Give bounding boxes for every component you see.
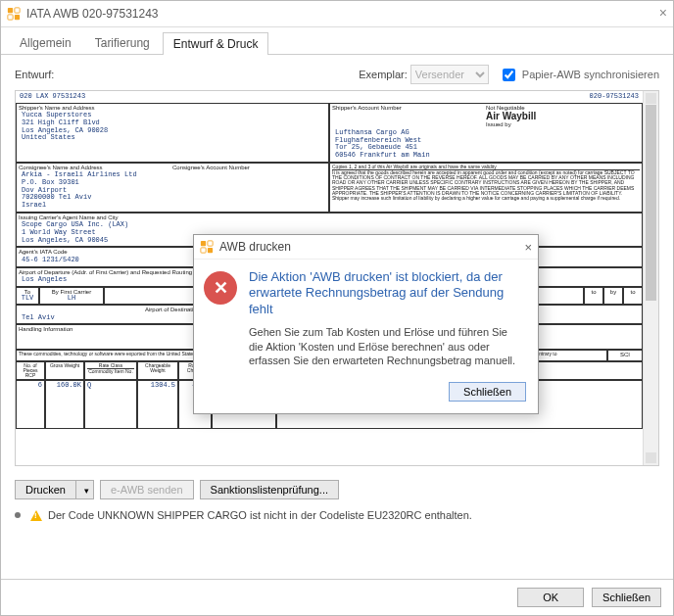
- warning-icon: [30, 510, 42, 521]
- agent-label: Issuing Carrier's Agent Name and City: [19, 214, 640, 221]
- awb-topright: 020-97531243: [590, 93, 639, 101]
- eawb-button[interactable]: e-AWB senden: [100, 480, 194, 499]
- svg-rect-3: [15, 15, 20, 20]
- svg-rect-7: [208, 248, 213, 253]
- shipper-label: Shipper's Name and Address: [19, 105, 326, 112]
- svg-rect-1: [15, 8, 20, 13]
- dialog-footer: Schließen: [194, 382, 538, 413]
- warning-text: Der Code UNKNOWN SHIPPER CARGO ist nicht…: [48, 509, 472, 521]
- dialog-headline: Die Aktion 'AWB drucken' ist blockiert, …: [249, 269, 524, 317]
- app-icon: [7, 7, 21, 21]
- dialog-detail: Gehen Sie zum Tab Kosten und Erlöse und …: [249, 325, 524, 369]
- tab-bar: Allgemein Tarifierung Entwurf & Druck: [1, 27, 673, 55]
- sci-label: SCI: [610, 352, 640, 358]
- action-buttons: Drucken ▾ e-AWB senden Sanktionslistenpr…: [15, 480, 659, 499]
- sync-checkbox[interactable]: Papier-AWB synchronisieren: [499, 66, 659, 84]
- cell-gross: 160.0K: [45, 380, 84, 429]
- agent-name: Scope Cargo USA Inc. (LAX): [22, 221, 637, 229]
- drucken-button[interactable]: Drucken: [15, 480, 75, 499]
- app-icon: [200, 240, 214, 254]
- shipper-acct-label: Shipper's Account Number: [332, 105, 486, 128]
- sanktion-button[interactable]: Sanktionslistenprüfung...: [200, 480, 339, 499]
- svg-rect-5: [208, 241, 213, 246]
- svg-rect-4: [201, 241, 206, 246]
- cell-chargeable: 1304.5: [137, 380, 178, 429]
- scroll-thumb[interactable]: [646, 105, 656, 301]
- window-close-icon[interactable]: ×: [659, 5, 667, 21]
- routing-to1: TLV: [19, 295, 36, 303]
- tab-entwurf-druck[interactable]: Entwurf & Druck: [163, 32, 269, 55]
- to3-label: to: [626, 289, 640, 296]
- carrier-l3: 60546 Frankfurt am Main: [335, 152, 637, 160]
- preview-scrollbar[interactable]: [643, 91, 658, 465]
- svg-rect-0: [8, 8, 13, 13]
- print-blocked-dialog: AWB drucken × Die Aktion 'AWB drucken' i…: [193, 234, 539, 414]
- bullet-icon: [15, 512, 21, 518]
- tab-allgemein[interactable]: Allgemein: [9, 31, 82, 54]
- window-title: IATA AWB 020-97531243: [26, 7, 159, 21]
- titlebar: IATA AWB 020-97531243 ×: [1, 1, 673, 27]
- hdr-commodity: Commodity Item No.: [87, 369, 134, 374]
- schliessen-button[interactable]: Schließen: [592, 588, 661, 607]
- hdr-gross: Gross Weight: [45, 361, 84, 380]
- consignee-label: Consignee's Name and Address: [19, 165, 172, 171]
- sync-checkbox-input[interactable]: [503, 69, 515, 81]
- dialog-body: Die Aktion 'AWB drucken' ist blockiert, …: [194, 260, 538, 382]
- exemplar-label: Exemplar:: [359, 69, 408, 80]
- consignee-l3: 70200000 Tel Aviv: [22, 194, 323, 202]
- to2-label: to: [587, 289, 601, 296]
- by2-label: by: [606, 289, 620, 296]
- main-window: IATA AWB 020-97531243 × Allgemein Tarifi…: [0, 0, 674, 616]
- drucken-dropdown[interactable]: ▾: [75, 480, 94, 499]
- svg-rect-2: [8, 15, 13, 20]
- exemplar-select[interactable]: Versender: [410, 65, 489, 84]
- dialog-title: AWB drucken: [219, 240, 291, 254]
- ok-button[interactable]: OK: [517, 588, 584, 607]
- error-icon: [204, 271, 237, 305]
- sync-checkbox-label: Papier-AWB synchronisieren: [522, 69, 659, 80]
- dialog-close-button[interactable]: Schließen: [449, 382, 526, 402]
- agreement-text: It is agreed that the goods described he…: [332, 170, 640, 202]
- shipper-l3: United States: [22, 134, 323, 142]
- dialog-titlebar: AWB drucken ×: [194, 235, 538, 260]
- routing-by1: LH: [42, 295, 101, 303]
- svg-rect-6: [201, 248, 206, 253]
- awb-topleft: 020 LAX 97531243: [20, 93, 85, 101]
- consignee-l4: Israel: [22, 202, 323, 210]
- drucken-split-button[interactable]: Drucken ▾: [15, 480, 94, 499]
- not-negotiable: Not Negotiable: [486, 105, 640, 112]
- issued-by: Issued by: [486, 121, 640, 128]
- tab-tarifierung[interactable]: Tarifierung: [84, 31, 161, 54]
- chevron-down-icon: ▾: [84, 486, 89, 496]
- consignee-acct-label: Consignee's Account Number: [172, 165, 326, 171]
- cell-pieces: 6: [16, 380, 45, 429]
- preview-toolbar: Entwurf: Exemplar: Versender Papier-AWB …: [15, 65, 659, 84]
- consignee-l1: P.O. Box 39301: [22, 179, 323, 187]
- dialog-footer: OK Schließen: [1, 579, 673, 615]
- entwurf-label: Entwurf:: [15, 69, 54, 80]
- hdr-pieces: No. of Pieces RCP: [16, 361, 45, 380]
- dialog-close-icon[interactable]: ×: [524, 240, 532, 255]
- warning-line: Der Code UNKNOWN SHIPPER CARGO ist nicht…: [15, 509, 659, 521]
- cell-rateclass: Q: [84, 380, 137, 429]
- hdr-chargeable: Chargeable Weight: [137, 361, 178, 380]
- air-waybill-label: Air Waybill: [486, 111, 640, 121]
